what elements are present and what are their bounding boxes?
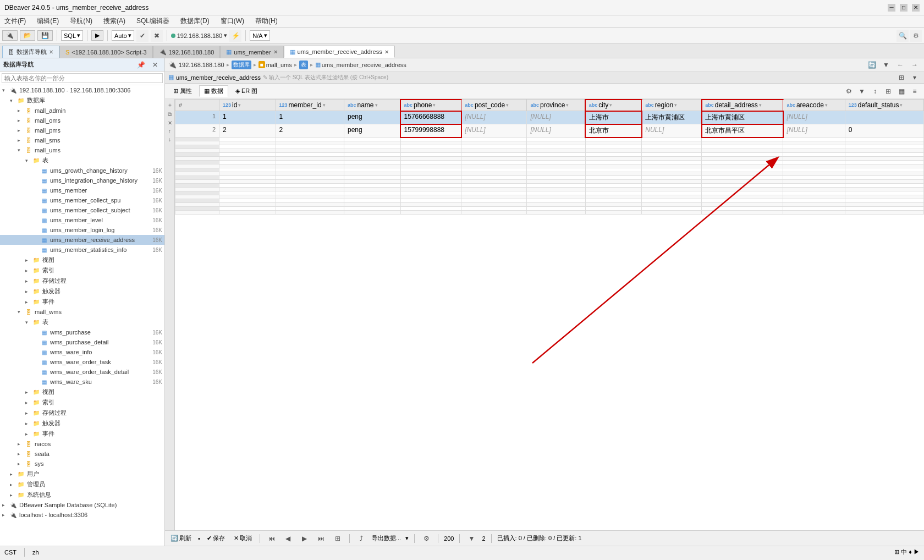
tree-item-存储过程[interactable]: ▸ 📁 存储过程 bbox=[0, 408, 164, 418]
back-btn[interactable]: ← bbox=[894, 59, 906, 71]
next-page-btn[interactable]: ▶ bbox=[299, 532, 311, 545]
tree-item-事件[interactable]: ▸ 📁 事件 bbox=[0, 429, 164, 439]
col-header-member-id[interactable]: 123 member_id ▾ bbox=[276, 100, 344, 111]
tab-close-ums-member[interactable]: ✕ bbox=[273, 49, 278, 55]
tab-data[interactable]: ▦ 数据 bbox=[199, 85, 228, 97]
menu-database[interactable]: 数据库(D) bbox=[178, 15, 212, 27]
tree-item-wms_ware_order_task_detail[interactable]: ▦ wms_ware_order_task_detail 16K bbox=[0, 367, 164, 377]
menu-edit[interactable]: 编辑(E) bbox=[35, 15, 61, 27]
col-header-id[interactable]: 123 id ▾ bbox=[219, 100, 276, 111]
sql-nav-btn2[interactable]: ▾ bbox=[909, 72, 921, 84]
menu-search[interactable]: 搜索(A) bbox=[101, 15, 128, 27]
save-btn[interactable]: 💾 bbox=[37, 30, 53, 41]
tree-item-表[interactable]: ▾ 📁 表 bbox=[0, 155, 164, 166]
tree-item-wms_ware_info[interactable]: ▦ wms_ware_info 16K bbox=[0, 347, 164, 357]
move-up-btn[interactable]: ↑ bbox=[168, 128, 171, 134]
col-header-city[interactable]: abc city ▾ bbox=[585, 100, 642, 111]
tree-item-mall_sms[interactable]: ▸ 🗄 mall_sms bbox=[0, 135, 164, 145]
cell-detail-address[interactable]: 上海市黄浦区 bbox=[702, 111, 783, 124]
filter-active-btn[interactable]: ▼ bbox=[465, 532, 477, 545]
tree-item-触发器[interactable]: ▸ 📁 触发器 bbox=[0, 418, 164, 429]
sidebar-pin-btn[interactable]: 📌 bbox=[135, 59, 147, 71]
col-header-phone[interactable]: abc phone ▾ bbox=[400, 100, 461, 111]
tree-item-管理员[interactable]: ▸ 📁 管理员 bbox=[0, 479, 164, 490]
cell-areacode[interactable]: [NULL] bbox=[783, 111, 845, 124]
commit-btn[interactable]: ✔ bbox=[136, 30, 148, 42]
record-view-btn[interactable]: ≡ bbox=[909, 85, 921, 97]
connect-btn[interactable]: ⚡ bbox=[229, 30, 241, 42]
col-header-name[interactable]: abc name ▾ bbox=[344, 100, 401, 111]
filter-btn[interactable]: ▼ bbox=[880, 59, 892, 71]
tab-ums-member[interactable]: ▦ ums_member ✕ bbox=[220, 46, 283, 58]
cell-member-id[interactable]: 2 bbox=[276, 124, 344, 138]
schema-dropdown[interactable]: N/A ▾ bbox=[250, 30, 270, 41]
col-header-region[interactable]: abc region ▾ bbox=[642, 100, 702, 111]
cell-id[interactable]: 2 bbox=[219, 124, 276, 138]
tab-db-navigator[interactable]: 🗄 数据库导航 ✕ bbox=[2, 46, 59, 58]
menu-help[interactable]: 帮助(H) bbox=[253, 15, 280, 27]
rollback-btn[interactable]: ✖ bbox=[151, 30, 163, 42]
tree-item-触发器[interactable]: ▸ 📁 触发器 bbox=[0, 286, 164, 297]
maximize-button[interactable]: □ bbox=[900, 4, 908, 12]
table-row[interactable]: 2 2 2 peng 15799998888 [NULL] [NULL] 北京市… bbox=[175, 124, 924, 138]
cell-phone[interactable]: 15799998888 bbox=[400, 124, 461, 138]
tree-item-wms_purchase[interactable]: ▦ wms_purchase 16K bbox=[0, 327, 164, 337]
open-btn[interactable]: 📂 bbox=[20, 30, 35, 41]
sql-nav-btn1[interactable]: ⊞ bbox=[895, 72, 908, 84]
tab-ums-receive-address[interactable]: ▦ ums_member_receive_address ✕ bbox=[284, 46, 395, 58]
tree-item-wms_purchase_detail[interactable]: ▦ wms_purchase_detail 16K bbox=[0, 337, 164, 347]
tree-item-sys[interactable]: ▸ 🗄 sys bbox=[0, 459, 164, 469]
auto-commit-dropdown[interactable]: Auto ▾ bbox=[112, 30, 134, 41]
menu-file[interactable]: 文件(F) bbox=[2, 15, 28, 27]
cell-name[interactable]: peng bbox=[344, 111, 401, 124]
search-btn[interactable]: 🔍 bbox=[897, 30, 909, 42]
first-page-btn[interactable]: ⏮ bbox=[266, 532, 278, 545]
tree-item-事件[interactable]: ▸ 📁 事件 bbox=[0, 297, 164, 307]
tree-item-索引[interactable]: ▸ 📁 索引 bbox=[0, 265, 164, 276]
tree-item-192.168.188.180---192.168.188.180:3306[interactable]: ▾ 🔌 192.168.188.180 - 192.168.188.180:33… bbox=[0, 85, 164, 95]
grid-settings-btn[interactable]: ⚙ bbox=[420, 532, 432, 545]
forward-btn[interactable]: → bbox=[909, 59, 921, 71]
tree-item-ums_member[interactable]: ▦ ums_member 16K bbox=[0, 185, 164, 195]
delete-row-btn[interactable]: ✕ bbox=[168, 120, 172, 126]
tree-item-ums_member_collect_subject[interactable]: ▦ ums_member_collect_subject 16K bbox=[0, 205, 164, 215]
tree-item-用户[interactable]: ▸ 📁 用户 bbox=[0, 469, 164, 479]
tree-item-视图[interactable]: ▸ 📁 视图 bbox=[0, 255, 164, 265]
tree-item-ums_growth_change_history[interactable]: ▦ ums_growth_change_history 16K bbox=[0, 166, 164, 175]
cell-city[interactable]: 北京市 bbox=[585, 124, 642, 138]
tree-item-ums_member_level[interactable]: ▦ ums_member_level 16K bbox=[0, 215, 164, 225]
menu-sql-editor[interactable]: SQL编辑器 bbox=[134, 15, 172, 27]
count-btn[interactable]: ⊞ bbox=[332, 532, 344, 545]
cell-post-code[interactable]: [NULL] bbox=[461, 111, 527, 124]
cell-id[interactable]: 1 bbox=[219, 111, 276, 124]
col-header-detail-address[interactable]: abc detail_address ▾ bbox=[702, 100, 783, 111]
refresh-btn[interactable]: 🔄 刷新 bbox=[168, 534, 194, 543]
data-table-scroll[interactable]: # 123 id ▾ 123 bbox=[175, 99, 924, 530]
tree-item-ums_member_receive_address[interactable]: ▦ ums_member_receive_address 16K bbox=[0, 235, 164, 245]
tree-item-数据库[interactable]: ▾ 📁 数据库 bbox=[0, 95, 164, 106]
tree-item-wms_ware_sku[interactable]: ▦ wms_ware_sku 16K bbox=[0, 377, 164, 387]
cancel-btn[interactable]: ✕ 取消 bbox=[232, 534, 254, 543]
cell-province[interactable]: [NULL] bbox=[527, 124, 585, 138]
cell-phone[interactable]: 15766668888 bbox=[400, 111, 461, 124]
tree-item-索引[interactable]: ▸ 📁 索引 bbox=[0, 397, 164, 408]
tree-item-ums_member_collect_spu[interactable]: ▦ ums_member_collect_spu 16K bbox=[0, 195, 164, 205]
tree-item-dbeaver-sample-database-(sqlite)[interactable]: ▸ 🔌 DBeaver Sample Database (SQLite) bbox=[0, 500, 164, 510]
add-row-btn[interactable]: ＋ bbox=[167, 101, 173, 109]
copy-row-btn[interactable]: ⧉ bbox=[168, 111, 172, 118]
close-button[interactable]: ✕ bbox=[912, 4, 920, 12]
tab-script[interactable]: S <192.168.188.180> Script-3 bbox=[59, 46, 153, 58]
col-header-areacode[interactable]: abc areacode ▾ bbox=[783, 100, 845, 111]
move-down-btn[interactable]: ↓ bbox=[168, 136, 171, 142]
sidebar-close-btn[interactable]: ✕ bbox=[149, 59, 161, 71]
zoom-btn[interactable]: ⊞ bbox=[882, 85, 894, 97]
tab-properties[interactable]: ⊞ 属性 bbox=[168, 85, 197, 97]
tab-close-receive-address[interactable]: ✕ bbox=[384, 49, 389, 55]
cell-areacode[interactable]: [NULL] bbox=[783, 124, 845, 138]
tree-item-mall_admin[interactable]: ▸ 🗄 mall_admin bbox=[0, 106, 164, 116]
cell-post-code[interactable]: [NULL] bbox=[461, 124, 527, 138]
tree-item-ums_integration_change_history[interactable]: ▦ ums_integration_change_history 16K bbox=[0, 175, 164, 185]
cell-region[interactable]: NULL] bbox=[642, 124, 702, 138]
last-page-btn[interactable]: ⏭ bbox=[315, 532, 327, 545]
col-header-province[interactable]: abc province ▾ bbox=[527, 100, 585, 111]
